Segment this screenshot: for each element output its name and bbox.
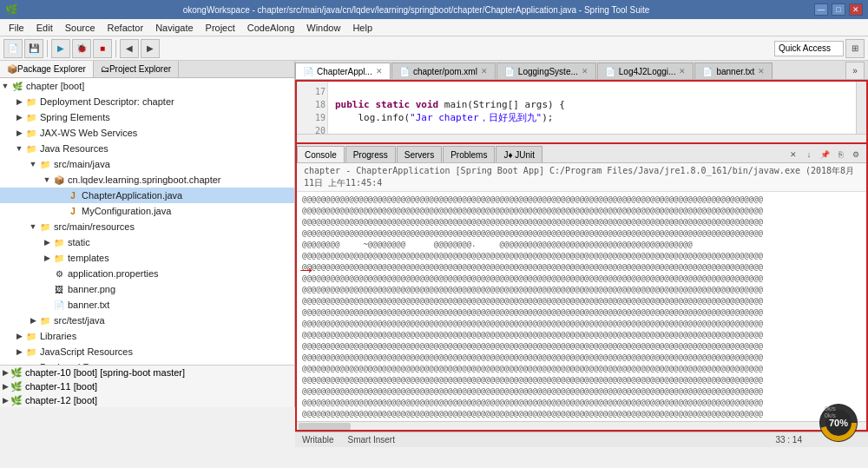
tree-icon: 📁: [52, 235, 66, 249]
editor-tab[interactable]: 📄LoggingSyste...✕: [496, 63, 596, 79]
tab-project-explorer[interactable]: 🗂 Project Explorer: [94, 61, 179, 77]
editor-tab[interactable]: 📄chapter/pom.xml✕: [391, 63, 496, 79]
tree-arrow: ▼: [14, 144, 24, 153]
tree-label: Deployment Descriptor: chapter: [40, 96, 174, 107]
tree-arrow: ▶: [14, 332, 24, 340]
menu-refactor[interactable]: Refactor: [102, 21, 149, 35]
tree-item[interactable]: JChapterApplication.java: [0, 188, 294, 203]
console-line: @@@@@@@@@@@@@@@@@@@@@@@@@@@@@@@@@@@@@@@@…: [302, 205, 861, 216]
tree-icon: 📦: [52, 173, 66, 187]
menu-navigate[interactable]: Navigate: [150, 21, 198, 35]
debug-button[interactable]: 🐞: [72, 39, 91, 58]
tree-label: Libraries: [40, 331, 76, 341]
console-output[interactable]: @@@@@@@@@@@@@@@@@@@@@@@@@@@@@@@@@@@@@@@@…: [297, 192, 866, 421]
tree-label: banner.png: [68, 284, 115, 294]
status-position: 33 : 14: [775, 435, 802, 445]
back-button[interactable]: ◀: [120, 39, 139, 58]
tree-arrow: ▼: [28, 160, 38, 168]
tree-item[interactable]: ▼📁Java Resources: [0, 141, 294, 156]
status-bar: Writable Smart Insert 33 : 14 70% 0k/s 0…: [295, 432, 868, 447]
editor-tab-more[interactable]: »: [845, 62, 865, 81]
tree-item[interactable]: ▼📁src/main/java: [0, 156, 294, 172]
tree-item[interactable]: 🖼banner.png: [0, 281, 294, 297]
menu-window[interactable]: Window: [301, 21, 345, 35]
tree-item[interactable]: ▶📁templates: [0, 250, 294, 266]
new-button[interactable]: 📄: [3, 39, 23, 58]
tab-problems[interactable]: Problems: [443, 146, 495, 162]
disk-widget-area: 70% 0k/s 0k/s: [816, 433, 861, 447]
console-header: chapter - ChapterApplication [Spring Boo…: [297, 163, 866, 192]
maximize-button[interactable]: □: [832, 3, 845, 16]
tree-item[interactable]: ▶📁Libraries: [0, 328, 294, 344]
main-toolbar: 📄 💾 ▶ 🐞 ■ ◀ ▶ Quick Access ⊞: [0, 36, 868, 61]
tree-item[interactable]: JMyConfiguration.java: [0, 203, 294, 219]
tab-console[interactable]: Console: [297, 146, 345, 162]
tree-icon: 📁: [24, 142, 38, 155]
tree-item[interactable]: ▶📁src/test/java: [0, 313, 294, 328]
tree-icon: 🌿: [10, 79, 24, 93]
tree-label: application.properties: [68, 268, 159, 279]
console-line: @@@@@@@@@@@@@@@@@@@@@@@@@@@@@@@@@@@@@@@@…: [302, 194, 861, 205]
console-copy-btn[interactable]: ⎘: [833, 148, 847, 161]
disk-usage-gauge: 70% 0k/s 0k/s: [816, 400, 861, 445]
tree-icon: 📁: [24, 95, 38, 109]
tab-servers[interactable]: Servers: [397, 146, 442, 162]
tree-item[interactable]: 📄banner.txt: [0, 297, 294, 313]
tree-item[interactable]: ⚙application.properties: [0, 266, 294, 281]
perspective-button[interactable]: ⊞: [845, 39, 865, 58]
tree-item[interactable]: ▶📁JavaScript Resources: [0, 344, 294, 359]
console-clear-btn[interactable]: ✕: [786, 148, 800, 161]
tree-item[interactable]: ▶📁Deployment Descriptor: chapter: [0, 94, 294, 109]
console-line: @@@@@@@@@@@@@@@@@@@@@@@@@@@@@@@@@@@@@@@@…: [302, 295, 861, 307]
tree-arrow: ▶: [14, 347, 24, 356]
editor-tab[interactable]: 📄Log4J2Loggi...✕: [597, 63, 694, 79]
save-button[interactable]: 💾: [24, 39, 43, 58]
tree-item[interactable]: ▶📁Spring Elements: [0, 109, 294, 125]
tree-label: JavaScript Resources: [40, 346, 133, 357]
code-scrollbar-h[interactable]: [297, 134, 866, 142]
code-scrollbar-v[interactable]: [856, 82, 866, 134]
code-content-area[interactable]: 17 18 19 20 public static void main(Stri…: [297, 82, 866, 134]
editor-tab[interactable]: 📄ChapterAppl...✕: [295, 63, 391, 79]
tab-progress[interactable]: Progress: [345, 146, 396, 162]
console-settings-btn[interactable]: ⚙: [849, 148, 863, 161]
menu-edit[interactable]: Edit: [31, 21, 58, 35]
bottom-tree-item[interactable]: ▶🌿chapter-12 [boot]: [0, 393, 294, 407]
tree-arrow: ▶: [42, 254, 52, 262]
tree-arrow: ▶: [14, 113, 24, 122]
code-text[interactable]: public static void main(String[] args) {…: [328, 82, 856, 134]
console-line: @@@@@@@@@@@@@@@@@@@@@@@@@@@@@@@@@@@@@@@@…: [302, 386, 861, 397]
menu-source[interactable]: Source: [60, 21, 101, 35]
tree-item[interactable]: ▶📁JAX-WS Web Services: [0, 125, 294, 141]
tree-icon: 📄: [52, 298, 66, 312]
run-button[interactable]: ▶: [51, 39, 70, 58]
forward-button[interactable]: ▶: [141, 39, 160, 58]
svg-text:0k/s: 0k/s: [825, 412, 836, 419]
tab-package-explorer[interactable]: 📦 Package Explorer: [0, 61, 94, 77]
tab-junit[interactable]: J♦ JUnit: [496, 146, 542, 162]
tree-icon: J: [66, 188, 80, 202]
console-tabs: Console Progress Servers Problems J♦ JUn…: [297, 144, 866, 163]
tree-item[interactable]: ▼🌿chapter [boot]: [0, 78, 294, 94]
menu-codealong[interactable]: CodeAlong: [242, 21, 299, 35]
menu-project[interactable]: Project: [201, 21, 240, 35]
tree-icon: 📁: [24, 329, 38, 343]
bottom-tree-item[interactable]: ▶🌿chapter-11 [boot]: [0, 379, 294, 393]
console-scrollbar-h[interactable]: [297, 421, 866, 430]
tree-item[interactable]: ▼📁src/main/resources: [0, 219, 294, 234]
console-pin-btn[interactable]: 📌: [818, 148, 832, 161]
menu-help[interactable]: Help: [347, 21, 378, 35]
stop-button[interactable]: ■: [93, 39, 112, 58]
main-content: 📦 Package Explorer 🗂 Project Explorer ▼🌿…: [0, 61, 868, 447]
tree-label: chapter [boot]: [26, 81, 84, 91]
editor-tab[interactable]: 📄banner.txt✕: [694, 63, 773, 79]
minimize-button[interactable]: —: [814, 3, 828, 16]
tree-item[interactable]: ▶📁static: [0, 234, 294, 250]
tree-item[interactable]: ▼📦cn.lqdev.learning.springboot.chapter: [0, 172, 294, 188]
quick-access-field[interactable]: Quick Access: [774, 41, 844, 56]
console-line: @@@@@@@@@@@@@@@@@@@@@@@@@@@@@@@@@@@@@@@@…: [302, 329, 861, 340]
bottom-tree-item[interactable]: ▶🌿chapter-10 [boot] [spring-boot master]: [0, 366, 294, 379]
console-scroll-btn[interactable]: ↓: [802, 148, 816, 161]
close-button[interactable]: ✕: [849, 3, 863, 16]
menu-file[interactable]: File: [3, 21, 30, 35]
